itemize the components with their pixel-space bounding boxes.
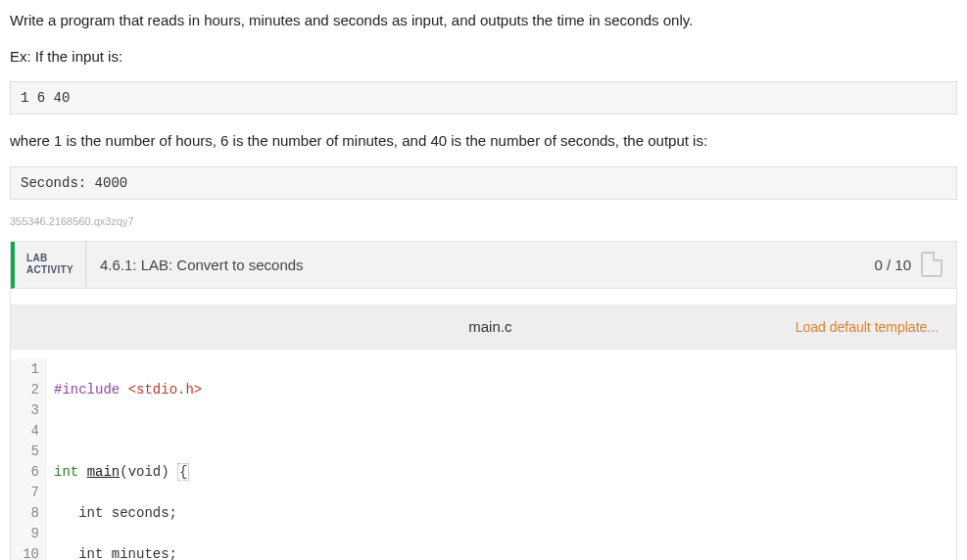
code-token: main [87,464,121,480]
example-label: Ex: If the input is: [10,46,957,69]
lab-activity-card: LAB ACTIVITY 4.6.1: LAB: Convert to seco… [10,241,957,561]
line-number: 1 [17,359,39,380]
file-bar: main.c Load default template... [11,304,956,350]
badge-line2: ACTIVITY [26,264,73,276]
code-token: int [54,464,78,480]
line-number: 9 [17,524,39,544]
code-editor[interactable]: 1 2 3 4 5 6 7 8 9 10 11 #include <stdio.… [11,350,956,561]
line-gutter: 1 2 3 4 5 6 7 8 9 10 11 [11,359,46,561]
code-line: int seconds; [54,503,284,524]
line-number: 8 [17,503,39,524]
activity-title: 4.6.1: LAB: Convert to seconds [86,242,861,288]
page-icon [921,252,943,277]
line-number: 7 [17,483,39,503]
internal-id: 355346.2168560.qx3zqy7 [10,215,957,227]
filename-label: main.c [185,318,796,335]
badge-line1: LAB [26,253,73,264]
problem-explain: where 1 is the number of hours, 6 is the… [10,130,957,153]
line-number: 4 [17,421,39,442]
input-sample-block: 1 6 40 [10,81,957,115]
score-text: 0 / 10 [874,257,911,273]
output-sample-block: Seconds: 4000 [10,166,957,200]
code-token: #include [54,382,120,397]
code-token: { [177,463,189,481]
code-token: <stdio.h> [128,382,203,397]
code-token: (void) [120,464,177,480]
lab-header: LAB ACTIVITY 4.6.1: LAB: Convert to seco… [11,242,956,289]
load-default-template-link[interactable]: Load default template... [796,319,939,335]
activity-badge: LAB ACTIVITY [15,242,86,288]
code-area[interactable]: #include <stdio.h> int main(void) { int … [46,359,292,561]
line-number: 6 [17,462,39,483]
line-number: 3 [17,400,39,421]
problem-intro: Write a program that reads in hours, min… [10,10,957,32]
code-line: int minutes; [54,544,284,561]
line-number: 10 [17,544,39,561]
activity-score-area: 0 / 10 [860,242,956,288]
line-number: 5 [17,442,39,462]
line-number: 2 [17,380,39,400]
